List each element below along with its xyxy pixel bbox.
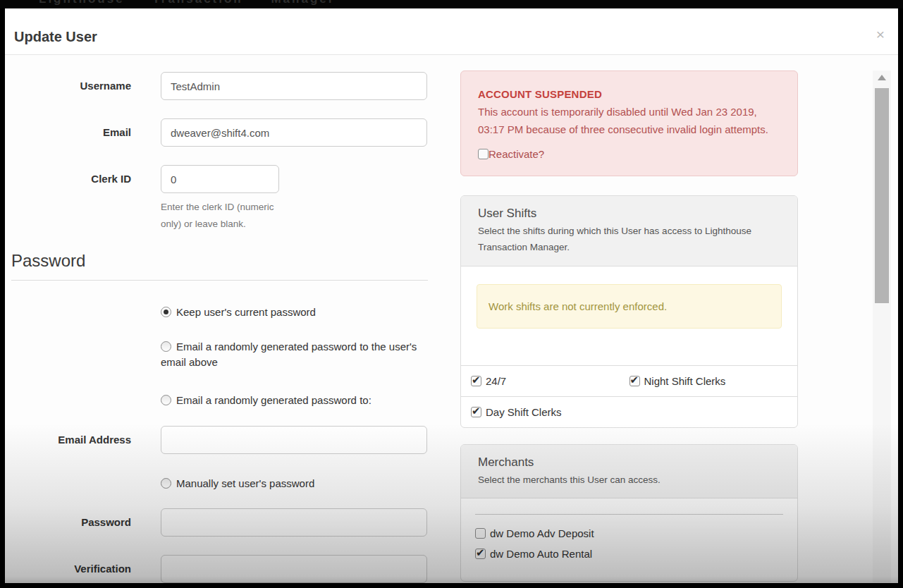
bottom-black-strip — [0, 583, 903, 588]
background-page-strip: Lighthouse Transaction Manager — [0, 0, 903, 8]
password-section-heading: Password — [11, 251, 428, 281]
shift-row: Day Shift Clerks — [461, 396, 797, 427]
merchant-checkbox[interactable] — [475, 549, 486, 559]
radio-keep-current-password[interactable]: Keep user's current password — [161, 305, 429, 320]
radio-label: Manually set user's password — [176, 477, 314, 489]
scrollbar-thumb[interactable] — [875, 88, 889, 303]
merchant-option-dw-demo-auto-rental[interactable]: dw Demo Auto Rental — [475, 548, 783, 560]
radio-email-random-to-user[interactable]: Email a randomly generated password to t… — [161, 339, 429, 370]
radio-icon[interactable] — [161, 478, 171, 489]
verification-input[interactable] — [161, 555, 427, 583]
reactivate-checkbox[interactable] — [478, 149, 489, 159]
shift-label: 24/7 — [486, 375, 506, 387]
radio-manual-password[interactable]: Manually set user's password — [161, 476, 429, 491]
radio-label: Email a randomly generated password to: — [176, 394, 371, 406]
shift-checkbox[interactable] — [471, 407, 481, 417]
radio-icon[interactable] — [161, 395, 171, 405]
merchants-panel: Merchants Select the merchants this User… — [460, 444, 798, 582]
clerk-id-row: Clerk ID Enter the clerk ID (numeric onl… — [11, 165, 434, 233]
merchant-option-dw-demo-adv-deposit[interactable]: dw Demo Adv Deposit — [475, 527, 783, 539]
email-input[interactable] — [161, 118, 427, 147]
email-address-row: Email Address — [11, 426, 434, 454]
radio-email-random-to-address[interactable]: Email a randomly generated password to: — [161, 393, 429, 408]
shift-label: Day Shift Clerks — [486, 406, 562, 418]
shift-label: Night Shift Clerks — [644, 375, 726, 387]
merchants-body: dw Demo Adv Deposit dw Demo Auto Rental — [461, 498, 797, 581]
account-suspended-title: ACCOUNT SUSPENDED — [478, 88, 780, 100]
vertical-scrollbar[interactable] — [873, 71, 891, 582]
user-shifts-description: Select the shifts during which this User… — [478, 223, 780, 256]
user-shifts-body: Work shifts are not currently enforced. … — [461, 284, 797, 427]
clerk-id-help: Enter the clerk ID (numeric only) or lea… — [161, 199, 279, 233]
clerk-id-input[interactable] — [161, 165, 279, 193]
merchants-header: Merchants Select the merchants this User… — [461, 445, 797, 499]
verification-row: Verification — [11, 555, 434, 583]
merchant-checkbox[interactable] — [475, 528, 486, 539]
verification-label: Verification — [11, 555, 161, 583]
background-page-title: Lighthouse Transaction Manager — [39, 0, 335, 6]
account-suspended-message: This account is temporarily disabled unt… — [478, 104, 780, 139]
user-shifts-header: User Shifts Select the shifts during whi… — [461, 196, 797, 267]
merchants-description: Select the merchants this User can acces… — [478, 472, 780, 489]
work-shifts-notice: Work shifts are not currently enforced. — [477, 284, 782, 329]
shift-checkbox[interactable] — [471, 376, 481, 386]
radio-label: Keep user's current password — [176, 306, 316, 318]
user-shifts-title: User Shifts — [478, 207, 780, 221]
password-label: Password — [11, 508, 161, 537]
password-row: Password — [11, 508, 434, 537]
shift-checkbox-list: 24/7 Night Shift Clerks Day Shift Clerks — [461, 365, 797, 427]
password-input[interactable] — [161, 508, 427, 537]
shift-row: 24/7 Night Shift Clerks — [461, 365, 797, 396]
email-row: Email — [11, 118, 434, 147]
shift-option-day-shift-clerks[interactable]: Day Shift Clerks — [471, 406, 629, 418]
username-label: Username — [11, 72, 161, 100]
radio-icon[interactable] — [161, 307, 171, 317]
merchant-label: dw Demo Adv Deposit — [490, 527, 594, 539]
radio-icon[interactable] — [161, 341, 171, 352]
right-column: ACCOUNT SUSPENDED This account is tempor… — [460, 71, 798, 582]
reactivate-label: Reactivate? — [489, 148, 544, 160]
shift-option-24-7[interactable]: 24/7 — [471, 375, 629, 387]
modal-body: Username Email Clerk ID Enter the clerk … — [5, 55, 898, 582]
radio-label: Email a randomly generated password to t… — [161, 341, 417, 368]
merchants-divider — [475, 514, 783, 515]
update-user-modal: Update User × Username Email Clerk ID — [5, 8, 898, 583]
modal-title: Update User — [14, 29, 97, 45]
merchant-label: dw Demo Auto Rental — [490, 548, 592, 560]
email-address-label: Email Address — [11, 426, 161, 454]
close-icon[interactable]: × — [871, 25, 890, 44]
user-shifts-panel: User Shifts Select the shifts during whi… — [460, 195, 798, 428]
clerk-id-label: Clerk ID — [11, 165, 161, 233]
merchants-title: Merchants — [478, 455, 780, 470]
scroll-up-icon[interactable] — [878, 75, 886, 80]
modal-header: Update User × — [5, 8, 898, 55]
shift-option-night-shift-clerks[interactable]: Night Shift Clerks — [629, 375, 788, 387]
account-suspended-alert: ACCOUNT SUSPENDED This account is tempor… — [460, 71, 798, 176]
user-form: Username Email Clerk ID Enter the clerk … — [11, 72, 434, 583]
reactivate-option[interactable]: Reactivate? — [478, 148, 780, 160]
password-options: Keep user's current password Email a ran… — [161, 305, 429, 408]
shift-checkbox[interactable] — [629, 376, 640, 386]
username-input[interactable] — [161, 72, 427, 100]
password-options-manual: Manually set user's password — [161, 476, 429, 491]
username-row: Username — [11, 72, 434, 100]
email-address-input[interactable] — [161, 426, 427, 454]
email-label: Email — [11, 118, 161, 147]
